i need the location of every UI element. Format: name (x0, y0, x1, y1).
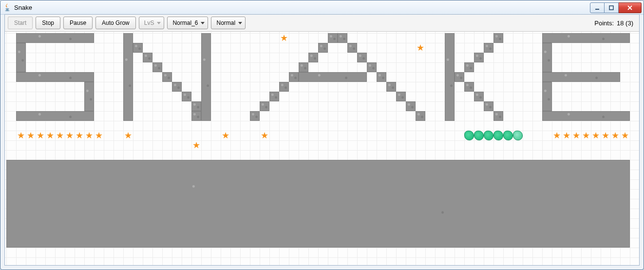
level-select[interactable]: LvS (139, 17, 165, 29)
wall (542, 72, 620, 82)
food-star: ★ (416, 43, 425, 53)
wall (84, 82, 94, 111)
snake-head (513, 131, 523, 140)
start-button[interactable]: Start (8, 17, 33, 29)
food-star: ★ (260, 131, 269, 140)
food-star: ★ (75, 131, 84, 140)
wall (269, 92, 279, 101)
wall (16, 111, 94, 121)
food-star: ★ (601, 131, 610, 140)
difficulty-select-value: Normal_6 (172, 19, 198, 26)
score-display: Points: 18 (3) (594, 19, 636, 27)
wall (133, 43, 143, 53)
food-star: ★ (65, 131, 75, 140)
food-star: ★ (620, 131, 630, 140)
maximize-button[interactable] (605, 2, 619, 13)
wall (338, 33, 347, 43)
food-star: ★ (84, 131, 94, 140)
minimize-button[interactable] (590, 2, 605, 13)
wall (377, 72, 386, 82)
snake-body (464, 131, 474, 140)
snake-body (474, 131, 484, 140)
client-area: Start Stop Pause Auto Grow LvS Normal_6 … (4, 14, 640, 266)
food-star: ★ (221, 131, 230, 140)
window-controls (590, 2, 642, 12)
score-value: 18 (3) (617, 19, 633, 27)
wall (542, 111, 630, 121)
app-window: Snake Start Stop Pause Auto Grow LvS Nor… (0, 0, 644, 270)
game-board[interactable]: ★★★★★★★★★★★★★★★★★★★★★★★ (5, 32, 639, 265)
wall (143, 53, 152, 62)
score-label: Points: (594, 19, 614, 27)
wall (396, 92, 406, 101)
snake-body (493, 131, 503, 140)
speed-select[interactable]: Normal (211, 17, 246, 29)
wall (484, 43, 493, 53)
food-star: ★ (610, 131, 620, 140)
wall (318, 43, 328, 53)
wall (455, 72, 464, 82)
wall (367, 62, 377, 72)
wall (357, 53, 367, 62)
window-title: Snake (14, 4, 32, 11)
wall (279, 82, 289, 92)
toolbar: Start Stop Pause Auto Grow LvS Normal_6 … (5, 15, 639, 32)
game-layer: ★★★★★★★★★★★★★★★★★★★★★★★ (5, 32, 639, 265)
wall (123, 33, 133, 121)
level-select-value: LvS (144, 19, 154, 26)
pause-button[interactable]: Pause (63, 17, 93, 29)
wall (542, 82, 552, 111)
food-star: ★ (279, 33, 289, 43)
auto-grow-button[interactable]: Auto Grow (95, 17, 136, 29)
food-star: ★ (26, 131, 36, 140)
wall (16, 72, 94, 82)
wall (493, 111, 503, 121)
wall (299, 72, 367, 82)
food-star: ★ (581, 131, 591, 140)
java-icon (3, 3, 11, 11)
difficulty-select[interactable]: Normal_6 (167, 17, 208, 29)
wall (172, 82, 182, 92)
wall (484, 101, 493, 111)
svg-rect-1 (609, 6, 613, 10)
wall (474, 92, 484, 101)
food-star: ★ (94, 131, 104, 140)
close-button[interactable] (619, 2, 642, 13)
chevron-down-icon (238, 22, 242, 24)
wall (445, 33, 455, 121)
chevron-down-icon (157, 22, 161, 24)
food-star: ★ (123, 131, 133, 140)
wall (308, 53, 318, 62)
wall (542, 33, 630, 43)
food-star: ★ (16, 131, 26, 140)
food-star: ★ (36, 131, 45, 140)
food-star: ★ (571, 131, 581, 140)
wall (191, 101, 201, 111)
wall (347, 43, 357, 53)
food-star: ★ (562, 131, 571, 140)
wall (542, 43, 552, 72)
wall (16, 43, 26, 72)
wall (6, 160, 630, 248)
wall (474, 53, 484, 62)
snake-body (484, 131, 493, 140)
food-star: ★ (55, 131, 65, 140)
titlebar[interactable]: Snake (0, 0, 644, 15)
wall (386, 82, 396, 92)
svg-rect-0 (595, 9, 599, 10)
wall (289, 72, 299, 82)
wall (299, 62, 308, 72)
snake-body (503, 131, 513, 140)
wall (416, 111, 425, 121)
wall (16, 33, 94, 43)
food-star: ★ (45, 131, 55, 140)
stop-button[interactable]: Stop (36, 17, 60, 29)
wall (182, 92, 191, 101)
food-star: ★ (591, 131, 601, 140)
wall (464, 62, 474, 72)
wall (191, 111, 201, 121)
wall (493, 33, 503, 43)
wall (328, 33, 338, 43)
wall (464, 82, 474, 92)
wall (152, 62, 162, 72)
